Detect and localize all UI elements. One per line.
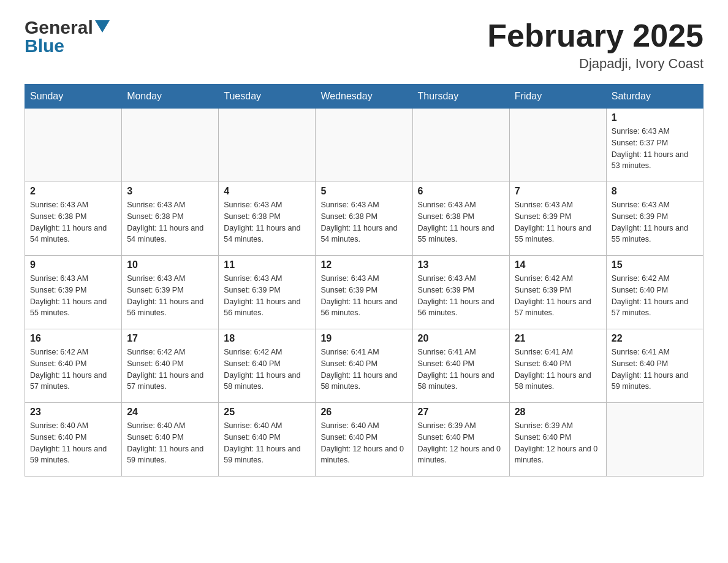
calendar-day-cell: 13Sunrise: 6:43 AM Sunset: 6:39 PM Dayli… bbox=[412, 256, 509, 329]
day-number: 18 bbox=[224, 333, 310, 344]
day-info: Sunrise: 6:43 AM Sunset: 6:38 PM Dayligh… bbox=[418, 199, 504, 245]
day-number: 5 bbox=[320, 186, 407, 197]
page-header: General Blue February 2025 Djapadji, Ivo… bbox=[25, 18, 703, 72]
calendar-day-cell: 28Sunrise: 6:39 AM Sunset: 6:40 PM Dayli… bbox=[509, 403, 606, 477]
calendar-day-cell: 8Sunrise: 6:43 AM Sunset: 6:39 PM Daylig… bbox=[606, 182, 703, 256]
calendar-header-tuesday: Tuesday bbox=[219, 85, 316, 109]
day-info: Sunrise: 6:43 AM Sunset: 6:39 PM Dayligh… bbox=[224, 273, 310, 319]
logo-general-text: General bbox=[25, 18, 93, 37]
day-number: 11 bbox=[224, 259, 310, 270]
day-number: 13 bbox=[418, 259, 504, 270]
day-number: 20 bbox=[418, 333, 504, 344]
day-info: Sunrise: 6:43 AM Sunset: 6:39 PM Dayligh… bbox=[320, 273, 407, 319]
day-info: Sunrise: 6:43 AM Sunset: 6:39 PM Dayligh… bbox=[612, 199, 698, 245]
day-number: 4 bbox=[224, 186, 310, 197]
day-info: Sunrise: 6:42 AM Sunset: 6:40 PM Dayligh… bbox=[127, 347, 213, 393]
logo-triangle-icon bbox=[95, 20, 110, 33]
calendar-day-cell: 4Sunrise: 6:43 AM Sunset: 6:38 PM Daylig… bbox=[219, 182, 316, 256]
day-info: Sunrise: 6:41 AM Sunset: 6:40 PM Dayligh… bbox=[612, 347, 698, 393]
day-number: 1 bbox=[612, 112, 698, 123]
calendar-header-thursday: Thursday bbox=[412, 85, 509, 109]
day-info: Sunrise: 6:41 AM Sunset: 6:40 PM Dayligh… bbox=[515, 347, 601, 393]
calendar-day-cell bbox=[509, 109, 606, 182]
calendar-day-cell: 22Sunrise: 6:41 AM Sunset: 6:40 PM Dayli… bbox=[606, 329, 703, 403]
day-number: 7 bbox=[515, 186, 601, 197]
day-info: Sunrise: 6:43 AM Sunset: 6:38 PM Dayligh… bbox=[30, 199, 116, 245]
day-info: Sunrise: 6:41 AM Sunset: 6:40 PM Dayligh… bbox=[320, 347, 407, 393]
day-number: 22 bbox=[612, 333, 698, 344]
day-info: Sunrise: 6:42 AM Sunset: 6:40 PM Dayligh… bbox=[224, 347, 310, 393]
day-info: Sunrise: 6:43 AM Sunset: 6:38 PM Dayligh… bbox=[224, 199, 310, 245]
calendar-week-row: 9Sunrise: 6:43 AM Sunset: 6:39 PM Daylig… bbox=[25, 256, 703, 329]
calendar-day-cell: 9Sunrise: 6:43 AM Sunset: 6:39 PM Daylig… bbox=[25, 256, 122, 329]
calendar-day-cell: 7Sunrise: 6:43 AM Sunset: 6:39 PM Daylig… bbox=[509, 182, 606, 256]
calendar-day-cell: 5Sunrise: 6:43 AM Sunset: 6:38 PM Daylig… bbox=[316, 182, 412, 256]
day-number: 25 bbox=[224, 407, 310, 418]
logo-blue-text: Blue bbox=[25, 37, 64, 55]
day-info: Sunrise: 6:40 AM Sunset: 6:40 PM Dayligh… bbox=[30, 420, 116, 466]
calendar-day-cell bbox=[122, 109, 219, 182]
day-number: 24 bbox=[127, 407, 213, 418]
day-number: 26 bbox=[320, 407, 407, 418]
calendar-day-cell: 23Sunrise: 6:40 AM Sunset: 6:40 PM Dayli… bbox=[25, 403, 122, 477]
day-info: Sunrise: 6:39 AM Sunset: 6:40 PM Dayligh… bbox=[418, 420, 504, 466]
day-info: Sunrise: 6:40 AM Sunset: 6:40 PM Dayligh… bbox=[320, 420, 407, 466]
calendar-day-cell: 19Sunrise: 6:41 AM Sunset: 6:40 PM Dayli… bbox=[316, 329, 412, 403]
calendar-header-sunday: Sunday bbox=[25, 85, 122, 109]
calendar-week-row: 2Sunrise: 6:43 AM Sunset: 6:38 PM Daylig… bbox=[25, 182, 703, 256]
calendar-table: SundayMondayTuesdayWednesdayThursdayFrid… bbox=[25, 84, 703, 477]
day-info: Sunrise: 6:43 AM Sunset: 6:37 PM Dayligh… bbox=[612, 126, 698, 172]
calendar-day-cell: 12Sunrise: 6:43 AM Sunset: 6:39 PM Dayli… bbox=[316, 256, 412, 329]
location-title: Djapadji, Ivory Coast bbox=[487, 56, 703, 72]
day-number: 27 bbox=[418, 407, 504, 418]
day-info: Sunrise: 6:43 AM Sunset: 6:38 PM Dayligh… bbox=[127, 199, 213, 245]
day-number: 23 bbox=[30, 407, 116, 418]
day-info: Sunrise: 6:43 AM Sunset: 6:39 PM Dayligh… bbox=[418, 273, 504, 319]
calendar-day-cell: 24Sunrise: 6:40 AM Sunset: 6:40 PM Dayli… bbox=[122, 403, 219, 477]
day-info: Sunrise: 6:39 AM Sunset: 6:40 PM Dayligh… bbox=[515, 420, 601, 466]
logo: General Blue bbox=[25, 18, 110, 55]
calendar-day-cell: 18Sunrise: 6:42 AM Sunset: 6:40 PM Dayli… bbox=[219, 329, 316, 403]
day-info: Sunrise: 6:43 AM Sunset: 6:39 PM Dayligh… bbox=[515, 199, 601, 245]
calendar-day-cell: 14Sunrise: 6:42 AM Sunset: 6:39 PM Dayli… bbox=[509, 256, 606, 329]
calendar-day-cell: 6Sunrise: 6:43 AM Sunset: 6:38 PM Daylig… bbox=[412, 182, 509, 256]
calendar-day-cell: 2Sunrise: 6:43 AM Sunset: 6:38 PM Daylig… bbox=[25, 182, 122, 256]
day-number: 28 bbox=[515, 407, 601, 418]
calendar-day-cell: 15Sunrise: 6:42 AM Sunset: 6:40 PM Dayli… bbox=[606, 256, 703, 329]
calendar-day-cell bbox=[412, 109, 509, 182]
day-number: 15 bbox=[612, 259, 698, 270]
day-info: Sunrise: 6:43 AM Sunset: 6:38 PM Dayligh… bbox=[320, 199, 407, 245]
day-number: 9 bbox=[30, 259, 116, 270]
calendar-day-cell: 11Sunrise: 6:43 AM Sunset: 6:39 PM Dayli… bbox=[219, 256, 316, 329]
calendar-day-cell bbox=[606, 403, 703, 477]
day-info: Sunrise: 6:43 AM Sunset: 6:39 PM Dayligh… bbox=[30, 273, 116, 319]
calendar-day-cell: 27Sunrise: 6:39 AM Sunset: 6:40 PM Dayli… bbox=[412, 403, 509, 477]
day-info: Sunrise: 6:40 AM Sunset: 6:40 PM Dayligh… bbox=[224, 420, 310, 466]
day-number: 14 bbox=[515, 259, 601, 270]
calendar-day-cell: 20Sunrise: 6:41 AM Sunset: 6:40 PM Dayli… bbox=[412, 329, 509, 403]
day-number: 2 bbox=[30, 186, 116, 197]
calendar-week-row: 1Sunrise: 6:43 AM Sunset: 6:37 PM Daylig… bbox=[25, 109, 703, 182]
calendar-day-cell bbox=[25, 109, 122, 182]
calendar-day-cell bbox=[219, 109, 316, 182]
calendar-week-row: 16Sunrise: 6:42 AM Sunset: 6:40 PM Dayli… bbox=[25, 329, 703, 403]
calendar-day-cell: 17Sunrise: 6:42 AM Sunset: 6:40 PM Dayli… bbox=[122, 329, 219, 403]
calendar-day-cell: 25Sunrise: 6:40 AM Sunset: 6:40 PM Dayli… bbox=[219, 403, 316, 477]
calendar-day-cell: 1Sunrise: 6:43 AM Sunset: 6:37 PM Daylig… bbox=[606, 109, 703, 182]
calendar-day-cell bbox=[316, 109, 412, 182]
day-number: 3 bbox=[127, 186, 213, 197]
calendar-day-cell: 3Sunrise: 6:43 AM Sunset: 6:38 PM Daylig… bbox=[122, 182, 219, 256]
calendar-day-cell: 26Sunrise: 6:40 AM Sunset: 6:40 PM Dayli… bbox=[316, 403, 412, 477]
calendar-day-cell: 16Sunrise: 6:42 AM Sunset: 6:40 PM Dayli… bbox=[25, 329, 122, 403]
month-title: February 2025 bbox=[487, 18, 703, 53]
title-section: February 2025 Djapadji, Ivory Coast bbox=[487, 18, 703, 72]
day-number: 10 bbox=[127, 259, 213, 270]
day-number: 19 bbox=[320, 333, 407, 344]
day-info: Sunrise: 6:42 AM Sunset: 6:40 PM Dayligh… bbox=[612, 273, 698, 319]
day-number: 6 bbox=[418, 186, 504, 197]
day-number: 21 bbox=[515, 333, 601, 344]
calendar-header-monday: Monday bbox=[122, 85, 219, 109]
day-info: Sunrise: 6:40 AM Sunset: 6:40 PM Dayligh… bbox=[127, 420, 213, 466]
day-number: 8 bbox=[612, 186, 698, 197]
calendar-header-saturday: Saturday bbox=[606, 85, 703, 109]
